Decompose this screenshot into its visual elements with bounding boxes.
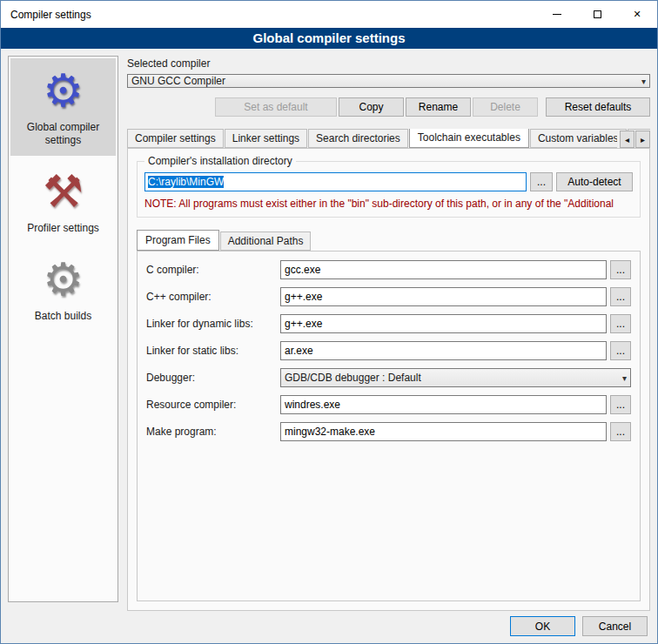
gear-icon: ⚙ <box>12 64 114 119</box>
tab-program-files[interactable]: Program Files <box>137 230 219 251</box>
c-compiler-label: C compiler: <box>146 264 277 276</box>
settings-sidebar: ⚙ Global compiler settings ⚒ Profiler se… <box>8 56 118 602</box>
sidebar-item-profiler-settings[interactable]: ⚒ Profiler settings <box>10 159 116 244</box>
ok-button[interactable]: OK <box>510 616 575 636</box>
debugger-dropdown[interactable]: GDB/CDB debugger : Default ▾ <box>280 368 631 387</box>
field-row-dynamic-linker: Linker for dynamic libs: ... <box>146 314 631 333</box>
program-files-panel: C compiler: ... C++ compiler: ... Linker… <box>137 251 641 601</box>
installation-directory-value: C:\raylib\MinGW <box>148 176 224 188</box>
c-compiler-input[interactable] <box>280 260 607 279</box>
arrow-right-icon: ▸ <box>641 135 645 144</box>
resource-compiler-label: Resource compiler: <box>146 399 277 411</box>
copy-button[interactable]: Copy <box>339 97 404 117</box>
rename-button[interactable]: Rename <box>406 97 471 117</box>
field-row-resource-compiler: Resource compiler: ... <box>146 395 631 414</box>
tabs-scroll-area: Compiler settings Linker settings Search… <box>127 129 650 148</box>
compiler-actions: Set as default Copy Rename Delete Reset … <box>127 97 650 117</box>
cancel-button[interactable]: Cancel <box>582 616 648 636</box>
installation-directory-group-title: Compiler's installation directory <box>144 155 296 167</box>
selected-compiler-dropdown[interactable]: GNU GCC Compiler ▾ <box>127 74 650 88</box>
tab-custom-variables[interactable]: Custom variables <box>530 129 627 148</box>
field-row-static-linker: Linker for static libs: ... <box>146 341 631 360</box>
reset-defaults-button[interactable]: Reset defaults <box>546 97 650 117</box>
close-button[interactable]: ✕ <box>617 1 657 28</box>
tab-scroll-right-button[interactable]: ▸ <box>635 131 650 148</box>
dynamic-linker-input[interactable] <box>280 314 607 333</box>
field-row-cpp-compiler: C++ compiler: ... <box>146 287 631 306</box>
installation-directory-group: Compiler's installation directory C:\ray… <box>137 161 641 218</box>
field-row-c-compiler: C compiler: ... <box>146 260 631 279</box>
chevron-down-icon: ▾ <box>638 77 646 86</box>
cpp-compiler-browse-button[interactable]: ... <box>610 287 631 306</box>
static-linker-browse-button[interactable]: ... <box>610 341 631 360</box>
installation-directory-input[interactable]: C:\raylib\MinGW <box>144 172 527 191</box>
c-compiler-browse-button[interactable]: ... <box>610 260 631 279</box>
tab-toolchain-executables[interactable]: Toolchain executables <box>409 129 529 148</box>
cpp-compiler-input[interactable] <box>280 287 607 306</box>
dynamic-linker-label: Linker for dynamic libs: <box>146 318 277 330</box>
maximize-button[interactable] <box>577 1 617 28</box>
settings-tabstrip: Compiler settings Linker settings Search… <box>127 129 650 148</box>
delete-button[interactable]: Delete <box>473 97 538 117</box>
arrow-left-icon: ◂ <box>625 135 629 144</box>
debugger-label: Debugger: <box>146 372 277 384</box>
tab-scroll-buttons: ◂ ▸ <box>617 131 650 148</box>
compiler-settings-window: Compiler settings ✕ Global compiler sett… <box>0 0 658 644</box>
set-as-default-button[interactable]: Set as default <box>215 97 337 117</box>
minimize-button[interactable] <box>537 1 577 28</box>
tab-search-directories[interactable]: Search directories <box>308 129 408 148</box>
sidebar-item-label: Profiler settings <box>12 220 114 235</box>
auto-detect-button[interactable]: Auto-detect <box>556 172 633 191</box>
installation-directory-browse-button[interactable]: ... <box>530 172 553 191</box>
tab-scroll-left-button[interactable]: ◂ <box>620 131 634 148</box>
note-text: NOTE: All programs must exist either in … <box>144 198 633 210</box>
tab-additional-paths[interactable]: Additional Paths <box>220 231 312 251</box>
cpp-compiler-label: C++ compiler: <box>146 291 277 303</box>
page-title: Global compiler settings <box>1 28 657 49</box>
sidebar-item-label: Global compiler settings <box>12 119 114 147</box>
tab-compiler-settings[interactable]: Compiler settings <box>127 129 224 148</box>
sidebar-item-global-compiler-settings[interactable]: ⚙ Global compiler settings <box>10 58 116 156</box>
selected-compiler-label: Selected compiler <box>127 57 650 70</box>
resource-compiler-input[interactable] <box>280 395 607 414</box>
field-row-debugger: Debugger: GDB/CDB debugger : Default ▾ <box>146 368 631 387</box>
close-icon: ✕ <box>633 9 641 20</box>
tab-linker-settings[interactable]: Linker settings <box>225 129 307 148</box>
window-title: Compiler settings <box>1 9 537 21</box>
sidebar-item-batch-builds[interactable]: ⚙ Batch builds <box>10 247 116 332</box>
minimize-icon <box>553 14 561 15</box>
dialog-footer: OK Cancel <box>1 613 657 644</box>
resource-compiler-browse-button[interactable]: ... <box>610 395 631 414</box>
dynamic-linker-browse-button[interactable]: ... <box>610 314 631 333</box>
make-program-input[interactable] <box>280 422 607 441</box>
static-linker-label: Linker for static libs: <box>146 345 277 357</box>
window-controls: ✕ <box>537 1 657 28</box>
dialog-body: ⚙ Global compiler settings ⚒ Profiler se… <box>1 49 657 613</box>
make-program-browse-button[interactable]: ... <box>610 422 631 441</box>
gears-gray-icon: ⚙ <box>12 252 114 308</box>
program-files-tabstrip: Program Files Additional Paths <box>137 231 641 251</box>
main-panel: Selected compiler GNU GCC Compiler ▾ Set… <box>127 56 650 606</box>
titlebar: Compiler settings ✕ <box>1 1 657 28</box>
field-row-make-program: Make program: ... <box>146 422 631 441</box>
maximize-icon <box>594 10 601 18</box>
make-program-label: Make program: <box>146 426 277 438</box>
debugger-value: GDB/CDB debugger : Default <box>285 372 619 384</box>
toolchain-executables-panel: Compiler's installation directory C:\ray… <box>127 148 650 611</box>
selected-compiler-value: GNU GCC Compiler <box>131 75 638 87</box>
profiler-tool-icon: ⚒ <box>12 164 114 220</box>
chevron-down-icon: ▾ <box>619 373 627 383</box>
installation-directory-row: C:\raylib\MinGW ... Auto-detect <box>144 172 633 191</box>
sidebar-item-label: Batch builds <box>12 308 114 323</box>
static-linker-input[interactable] <box>280 341 607 360</box>
